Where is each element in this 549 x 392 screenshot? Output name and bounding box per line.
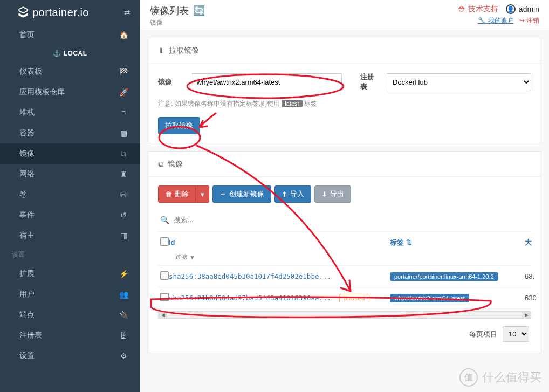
image-size: 68. (525, 272, 534, 280)
filter-row: 过滤 ▼ (158, 253, 531, 266)
delete-button[interactable]: 🗑 删除 (158, 185, 196, 203)
sidebar-item-label: 设置 (19, 351, 35, 361)
clone-icon: ⧉ (158, 160, 163, 169)
current-user[interactable]: 👤 admin (506, 4, 539, 14)
user-circle-icon: 👤 (506, 4, 516, 14)
sidebar-item-endpoints[interactable]: 端点 🔌 (0, 305, 140, 325)
per-page-select[interactable]: 10 (503, 326, 529, 342)
sidebar-item-label: 堆栈 (19, 108, 35, 118)
user-name: admin (519, 5, 539, 13)
sidebar-item-networks[interactable]: 网络 ♜ (0, 164, 140, 184)
sidebar-item-settings[interactable]: 设置 ⚙ (0, 346, 140, 366)
image-label: 镜像 (158, 77, 183, 87)
database-icon: 🗄 (119, 331, 128, 340)
horizontal-scrollbar[interactable]: ◀ ▶ (158, 311, 531, 319)
sidebar-item-extensions[interactable]: 扩展 ⚡ (0, 264, 140, 284)
col-tags-header[interactable]: 标签 ⇅ (390, 238, 412, 246)
row-checkbox[interactable] (160, 293, 169, 301)
logo[interactable]: portainer.io (16, 5, 89, 19)
registry-label: 注册表 (360, 72, 378, 92)
plus-icon: ＋ (219, 189, 227, 199)
my-account-link[interactable]: 🔧 我的账户 (478, 16, 513, 25)
sidebar: portainer.io ⇄ 首页 🏠 ⚓ LOCAL 仪表板 🏁 应用模板仓库… (0, 0, 140, 392)
pull-image-button[interactable]: 拉取镜像 (158, 117, 200, 134)
images-panel-header: ⧉ 镜像 (148, 152, 541, 177)
per-page-label: 每页项目 (469, 329, 497, 339)
images-toolbar: 🗑 删除 ▾ ＋ 创建新镜像 ⬆ (158, 185, 531, 203)
watermark: 值 什么值得买 (459, 368, 541, 387)
latest-badge: latest (282, 100, 302, 107)
import-button[interactable]: ⬆ 导入 (274, 185, 311, 203)
search-icon: 🔍 (160, 216, 169, 224)
server-icon: ▤ (119, 129, 128, 137)
plug-icon: 🔌 (119, 311, 128, 319)
registry-select[interactable]: DockerHub (386, 73, 531, 91)
life-ring-icon: ⛑ (458, 5, 466, 13)
col-id-header[interactable]: Id (169, 238, 175, 246)
refresh-icon[interactable]: 🔄 (193, 5, 205, 17)
sidebar-item-templates[interactable]: 应用模板仓库 🚀 (0, 82, 140, 102)
row-checkbox[interactable] (160, 271, 169, 280)
sidebar-item-containers[interactable]: 容器 ▤ (0, 123, 140, 143)
table-row: sha256:38aa8ed045b30a1017f4d2502e1bbe...… (158, 266, 531, 287)
image-name-input[interactable] (191, 73, 342, 91)
delete-dropdown-button[interactable]: ▾ (196, 185, 209, 203)
col-size-header[interactable]: 大 (525, 238, 532, 246)
users-icon: 👥 (119, 290, 128, 299)
wrench-icon: 🔧 (478, 17, 486, 24)
sidebar-item-dashboard[interactable]: 仪表板 🏁 (0, 61, 140, 82)
history-icon: ↺ (119, 211, 128, 219)
sidebar-item-label: 端点 (19, 310, 35, 320)
sidebar-settings-header: 设置 (0, 246, 140, 264)
export-button[interactable]: ⬇ 导出 (314, 185, 351, 203)
filter-icon[interactable]: ▼ (189, 254, 195, 260)
trash-icon: 🗑 (165, 190, 172, 198)
sidebar-toggle-icon[interactable]: ⇄ (124, 8, 131, 17)
sidebar-item-host[interactable]: 宿主 ▦ (0, 225, 140, 246)
hdd-icon: ⛁ (119, 190, 128, 199)
select-all-checkbox[interactable] (160, 237, 169, 246)
create-image-button[interactable]: ＋ 创建新镜像 (212, 185, 271, 203)
image-tag-badge: portainer/portainer:linux-arm64-1.20.2 (390, 272, 498, 281)
sidebar-item-label: 事件 (19, 210, 35, 220)
sidebar-item-stacks[interactable]: 堆栈 ≡ (0, 102, 140, 123)
main: 镜像列表 🔄 镜像 ⛑ 技术支持 👤 admin (140, 0, 549, 392)
list-icon: ≡ (119, 108, 128, 117)
pull-image-panel: ⬇ 拉取镜像 镜像 注册表 DockerHub (148, 38, 541, 143)
tech-support-link[interactable]: ⛑ 技术支持 (458, 4, 498, 14)
sidebar-item-users[interactable]: 用户 👥 (0, 284, 140, 305)
download-icon: ⬇ (158, 46, 164, 55)
sidebar-item-label: 注册表 (19, 331, 42, 340)
logout-link[interactable]: ↪ 注销 (519, 16, 539, 25)
tachometer-icon: 🏁 (119, 67, 128, 76)
sign-out-icon: ↪ (519, 17, 525, 24)
sidebar-item-label: 扩展 (19, 269, 35, 279)
create-label: 创建新镜像 (229, 189, 264, 199)
sidebar-item-registries[interactable]: 注册表 🗄 (0, 325, 140, 346)
sidebar-item-label: 网络 (19, 169, 35, 179)
upload-icon: ⬆ (282, 190, 287, 198)
image-id-link[interactable]: sha256:38aa8ed045b30a1017f4d2502e1bbe... (169, 272, 390, 280)
scroll-right-arrow[interactable]: ▶ (522, 312, 531, 318)
sidebar-item-label: 镜像 (19, 149, 35, 159)
sidebar-item-volumes[interactable]: 卷 ⛁ (0, 184, 140, 205)
sidebar-item-images[interactable]: 镜像 ⧉ (0, 143, 140, 164)
sidebar-item-label: 用户 (19, 290, 35, 299)
bolt-icon: ⚡ (119, 270, 128, 278)
caret-down-icon: ▾ (201, 190, 204, 198)
scroll-left-arrow[interactable]: ◀ (159, 312, 167, 318)
image-size: 630 (525, 294, 537, 302)
images-panel: ⧉ 镜像 🗑 删除 ▾ (148, 151, 541, 353)
rocket-icon: 🚀 (119, 88, 128, 97)
search-input[interactable] (174, 214, 529, 226)
page-title-row: 镜像列表 🔄 (150, 4, 205, 17)
sidebar-item-home[interactable]: 首页 🏠 (0, 25, 140, 45)
unused-badge: Unused (339, 294, 369, 302)
copy-icon: ⧉ (119, 149, 128, 159)
my-account-label: 我的账户 (488, 17, 514, 24)
sidebar-item-events[interactable]: 事件 ↺ (0, 205, 140, 225)
watermark-icon: 值 (459, 368, 478, 387)
image-id-link[interactable]: sha256:21b8d504ad97bad5f43a41018396aa...… (169, 294, 390, 302)
search-row: 🔍 (158, 209, 531, 232)
image-id-text: sha256:21b8d504ad97bad5f43a41018396aa... (169, 294, 331, 302)
